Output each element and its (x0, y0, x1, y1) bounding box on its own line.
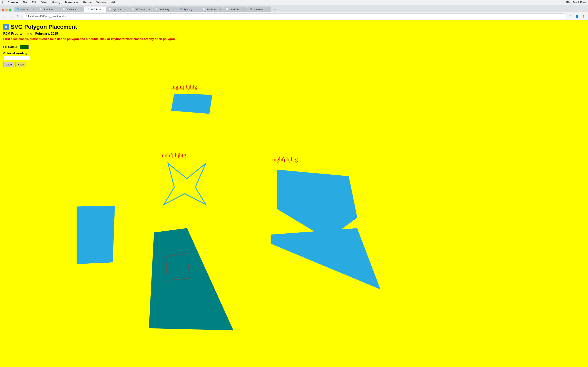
tab-title-t9: Edit Post... (207, 8, 218, 11)
redo-button[interactable]: Redo (15, 62, 26, 67)
tab-favicon-t10: 📄 (226, 8, 229, 11)
tab-favicon-t3: 📄 (63, 8, 66, 11)
nav-bar: ← → ↻ ⓘ localhost:8888/svg_position.html… (0, 12, 588, 20)
back-button[interactable]: ← (2, 13, 7, 19)
menu-bookmarks[interactable]: Bookmarks (64, 1, 79, 4)
tab-favicon-t2: 📄 (39, 8, 42, 11)
tab-favicon-t1: 🌐 (16, 8, 19, 11)
svg-canvas[interactable]: mghfj bjhtg mghfj bjhtg mghfj bjhtg (0, 20, 588, 367)
polygon-6[interactable] (149, 228, 233, 330)
menu-view[interactable]: View (40, 1, 48, 4)
polygon-7[interactable] (166, 253, 190, 280)
controls: Fill Colour: Optional Wording: Undo Redo (3, 45, 585, 67)
tab-t6[interactable]: 📄 SVG Abs... ✕ (129, 7, 153, 12)
menu-history[interactable]: History (51, 1, 61, 4)
menubar-right: 87% Sun 9:48 am (566, 1, 586, 4)
tab-close-t2[interactable]: ✕ (56, 8, 58, 11)
apple-menu[interactable]:  (2, 1, 3, 4)
traffic-light-fullscreen[interactable] (9, 8, 11, 11)
tab-close-t5[interactable]: ✕ (125, 8, 127, 11)
polygon-2[interactable] (164, 163, 206, 205)
tab-title-t11: WebHost... (254, 8, 266, 11)
optional-wording-input[interactable] (3, 56, 30, 60)
tab-close-t10[interactable]: ✕ (243, 8, 245, 11)
tab-t1[interactable]: 🌐 www.rjm... ✕ (14, 7, 37, 12)
page-title: SVG Polygon Placement (11, 24, 77, 30)
label-1: mghfj bjhtg (171, 83, 197, 90)
tab-close-t4[interactable]: ✕ (102, 8, 104, 11)
polygon-5[interactable] (77, 206, 114, 264)
tab-close-t6[interactable]: ✕ (149, 8, 150, 11)
tab-t11[interactable]: 💻 WebHost... ✕ (247, 7, 271, 12)
menu-edit[interactable]: Edit (31, 1, 37, 4)
tab-favicon-t4: 📄 (86, 8, 89, 11)
traffic-light-minimize[interactable] (5, 8, 8, 11)
tab-title-t6: SVG Abs... (136, 8, 147, 11)
menubar:  Chrome File Edit View History Bookmark… (0, 0, 588, 5)
tab-t9[interactable]: 📄 Edit Post... ✕ (200, 7, 224, 12)
polygon-3[interactable] (277, 170, 357, 239)
tab-favicon-t8: 🌐 (180, 8, 182, 11)
reload-button[interactable]: ↻ (16, 13, 21, 19)
bookmark-button[interactable]: ☆ (568, 13, 573, 19)
tab-t2[interactable]: 📄 RJM Pro... ✕ (37, 7, 60, 12)
button-row: Undo Redo (3, 62, 585, 67)
menu-help[interactable]: Help (110, 1, 117, 4)
tab-favicon-t6: 📄 (131, 8, 134, 11)
tab-favicon-t9: 📄 (203, 8, 205, 11)
menu-window[interactable]: Window (95, 1, 107, 4)
tab-favicon-t5: 📄 (109, 8, 112, 11)
menu-file[interactable]: File (22, 1, 28, 4)
tab-t5[interactable]: 📄 rgb lime... ✕ (106, 7, 129, 12)
tab-t4-active[interactable]: 📄 SVG Poly ✕ (84, 7, 107, 12)
subtitle: RJM Programming - February, 2019 (3, 32, 585, 35)
traffic-lights (2, 8, 11, 11)
tab-close-t11[interactable]: ✕ (267, 8, 269, 11)
tab-t8[interactable]: 🌐 Rjmprog... ✕ (177, 7, 200, 12)
tab-title-t7: SVG Poly... (159, 8, 171, 11)
fill-colour-label: Fill Colour: (3, 45, 18, 49)
polygon-4[interactable] (271, 228, 380, 289)
menu-button[interactable]: ⋮ (581, 13, 586, 19)
address-bar[interactable]: ⓘ localhost:8888/svg_position.html (22, 13, 566, 19)
tab-t3[interactable]: 📄 SVG Abs... ✕ (60, 7, 84, 12)
tab-title-t5: rgb lime... (113, 8, 123, 11)
instructions: First click places, subsequent clicks de… (3, 37, 585, 41)
page-content[interactable]: 📋 SVG Polygon Placement RJM Programming … (0, 20, 588, 367)
forward-button[interactable]: → (9, 13, 14, 19)
optional-wording-label: Optional Wording: (3, 52, 585, 55)
traffic-light-close[interactable] (2, 8, 4, 11)
page-title-container: 📋 SVG Polygon Placement (3, 24, 585, 30)
menu-people[interactable]: People (82, 1, 92, 4)
chrome-window: 🌐 www.rjm... ✕ 📄 RJM Pro... ✕ 📄 SVG Abs.… (0, 5, 588, 367)
tab-title-t2: RJM Pro... (43, 8, 54, 11)
tab-close-t7[interactable]: ✕ (173, 8, 174, 11)
battery-status: 87% (566, 1, 571, 4)
tab-title-t3: SVG Abs... (67, 8, 78, 11)
fill-colour-swatch[interactable] (20, 45, 29, 49)
menu-chrome[interactable]: Chrome (7, 1, 18, 4)
tab-title-t1: www.rjm... (20, 8, 31, 11)
page-icon: 📋 (3, 24, 9, 30)
tab-close-t1[interactable]: ✕ (33, 8, 35, 11)
label-3: mghfj bjhtg (272, 156, 298, 162)
tab-close-t9[interactable]: ✕ (219, 8, 221, 11)
tab-t7[interactable]: 📄 SVG Poly... ✕ (153, 7, 177, 12)
address-text: localhost:8888/svg_position.html (28, 15, 564, 18)
fill-colour-row: Fill Colour: (3, 45, 585, 49)
tab-t10[interactable]: 📄 SVG Abs... ✕ (224, 7, 247, 12)
tab-close-t8[interactable]: ✕ (196, 8, 198, 11)
tab-title-t10: SVG Abs... (230, 8, 242, 11)
tab-bar: 🌐 www.rjm... ✕ 📄 RJM Pro... ✕ 📄 SVG Abs.… (0, 5, 588, 12)
label-2: mghfj bjhtg (160, 152, 186, 158)
polygon-1[interactable] (171, 94, 212, 114)
new-tab-button[interactable]: + (272, 7, 278, 12)
profile-button[interactable]: 👤 (574, 13, 580, 19)
tab-favicon-t7: 📄 (155, 8, 158, 11)
security-icon: ⓘ (25, 15, 27, 18)
tab-favicon-t11: 💻 (250, 8, 253, 11)
undo-button[interactable]: Undo (3, 62, 14, 67)
tab-close-t3[interactable]: ✕ (80, 8, 82, 11)
tab-title-t4: SVG Poly (91, 8, 101, 11)
clock: Sun 9:48 am (572, 1, 586, 4)
